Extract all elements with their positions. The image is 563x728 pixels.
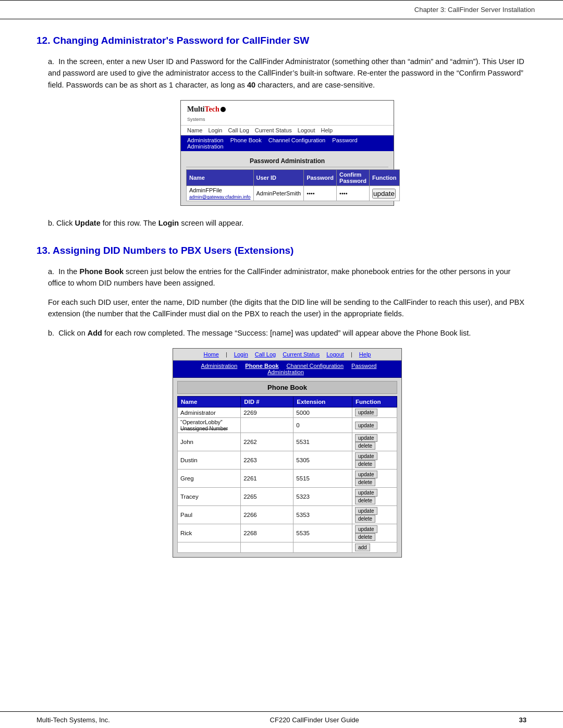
cell-func: update delete — [352, 470, 397, 488]
cell-func: update delete — [352, 524, 397, 542]
nav-logout[interactable]: Logout — [298, 127, 315, 133]
cell-name: Tracey — [178, 488, 241, 506]
pwd-nav-bottom: Administration Phone Book Channel Config… — [181, 135, 394, 151]
table-row: Rick 2268 5535 update delete — [178, 524, 397, 542]
update-button[interactable]: update — [355, 452, 377, 460]
cell-ext: 5323 — [293, 488, 352, 506]
update-button[interactable]: update — [355, 434, 377, 442]
cell-ext: 5515 — [293, 470, 352, 488]
pwd-table-title: Password Administration — [186, 155, 388, 167]
cell-func: update delete — [352, 433, 397, 451]
cell-userid: AdminPeterSmith — [253, 186, 304, 201]
table-row: Administrator 2269 5000 update — [178, 408, 397, 418]
ext-input[interactable] — [296, 545, 344, 551]
cell-func: update delete — [352, 488, 397, 506]
col-name: Name — [187, 170, 254, 186]
para2-text: For each such DID user, enter the name, … — [48, 297, 527, 320]
cell-name: Greg — [178, 470, 241, 488]
update-button[interactable]: update — [355, 422, 377, 429]
page-container: Chapter 3: CallFinder Server Installatio… — [0, 0, 563, 728]
chapter-header-text: Chapter 3: CallFinder Server Installatio… — [414, 6, 535, 14]
cell-ext-empty[interactable] — [293, 542, 352, 553]
section12-step-a: a. In the screen, enter a new User ID an… — [36, 56, 527, 229]
pb-nav-home[interactable]: Home — [204, 351, 219, 357]
logo-dot — [221, 107, 226, 112]
cell-did: 2261 — [241, 470, 293, 488]
cell-name: Administrator — [178, 408, 241, 418]
nav-admin[interactable]: Administration — [187, 137, 224, 143]
name-input[interactable] — [180, 545, 232, 551]
cell-func: update delete — [352, 506, 397, 524]
multitech-logo: MultiTech Systems — [187, 104, 226, 122]
col-function: Function — [370, 170, 399, 186]
cell-did: 2266 — [241, 506, 293, 524]
nav-help[interactable]: Help — [321, 127, 333, 133]
cell-name-empty[interactable] — [178, 542, 241, 553]
nav-status[interactable]: Current Status — [255, 127, 292, 133]
nav-phonebook[interactable]: Phone Book — [230, 137, 262, 143]
pb-nav-logout[interactable]: Logout — [326, 351, 344, 357]
pb-table-wrapper: Phone Book Name DID # Extension Function — [173, 378, 401, 557]
main-content: 12. Changing Administrator's Password fo… — [0, 19, 563, 611]
update-button[interactable]: update — [355, 471, 377, 478]
delete-button[interactable]: delete — [355, 515, 375, 523]
col-confirm: ConfirmPassword — [337, 170, 370, 186]
top-rule — [0, 0, 563, 1]
delete-button[interactable]: delete — [355, 497, 375, 504]
cell-name: “OperatorLobby”Unassigned Number — [178, 418, 241, 433]
nav-calllog[interactable]: Call Log — [228, 127, 249, 133]
delete-button[interactable]: delete — [355, 478, 375, 486]
add-bold: Add — [88, 329, 102, 337]
pwd-nav-top: Name Login Call Log Current Status Logou… — [181, 126, 394, 135]
pb-col-ext: Extension — [293, 397, 352, 408]
cell-name: John — [178, 433, 241, 451]
delete-button[interactable]: delete — [355, 533, 375, 541]
pb-phonebook[interactable]: Phone Book — [245, 363, 278, 369]
cell-name: Paul — [178, 506, 241, 524]
logo-bar: MultiTech Systems — [181, 101, 394, 126]
step-a-bold2: 40 — [247, 81, 255, 89]
pb-admin[interactable]: Administration — [201, 363, 238, 369]
cell-did-empty[interactable] — [241, 542, 293, 553]
nav-name[interactable]: Name — [187, 127, 202, 133]
update-button[interactable]: update — [372, 189, 396, 199]
pb-table: Name DID # Extension Function Administra… — [177, 396, 397, 553]
update-button[interactable]: update — [355, 507, 377, 515]
nav-channel[interactable]: Channel Configuration — [268, 137, 325, 143]
pb-nav-calllog[interactable]: Call Log — [255, 351, 276, 357]
page-footer: Multi-Tech Systems, Inc. CF220 CallFinde… — [0, 711, 563, 728]
cell-ext: 5353 — [293, 506, 352, 524]
cell-func: update — [352, 418, 397, 433]
pb-channel[interactable]: Channel Configuration — [287, 363, 344, 369]
table-row: AdminFPFileadmin@gateway.cfadmin.info Ad… — [187, 186, 400, 201]
step13-b-text: b. Click on Add for each row completed. … — [48, 327, 527, 339]
pb-col-func: Function — [352, 397, 397, 408]
step-b-text: b. Click Update for this row. The Login … — [48, 217, 527, 229]
cell-did: 2268 — [241, 524, 293, 542]
update-button[interactable]: update — [355, 525, 377, 533]
cell-func: update — [352, 408, 397, 418]
cell-did: 2263 — [241, 451, 293, 470]
pwd-table: Name User ID Password ConfirmPassword Fu… — [186, 169, 400, 201]
pb-nav-login[interactable]: Login — [234, 351, 248, 357]
cell-did — [241, 418, 293, 433]
add-button[interactable]: add — [355, 544, 370, 551]
did-input[interactable] — [243, 545, 286, 551]
delete-button[interactable]: delete — [355, 442, 375, 450]
delete-button[interactable]: delete — [355, 460, 375, 468]
section12-heading: 12. Changing Administrator's Password fo… — [36, 35, 527, 46]
cell-name: Dustin — [178, 451, 241, 470]
update-button[interactable]: update — [355, 409, 377, 416]
update-button[interactable]: update — [355, 489, 377, 497]
nav-login[interactable]: Login — [208, 127, 222, 133]
section13: 13. Assigning DID Numbers to PBX Users (… — [36, 245, 527, 558]
phonebook-bold: Phone Book — [79, 267, 124, 276]
col-password: Password — [304, 170, 337, 186]
pb-nav-top: Home | Login Call Log Current Status Log… — [173, 349, 401, 361]
pb-col-did: DID # — [241, 397, 293, 408]
pb-nav-help[interactable]: Help — [359, 351, 371, 357]
step-b-bold2: Login — [158, 219, 179, 227]
pb-nav-status[interactable]: Current Status — [283, 351, 320, 357]
step13-a-text: a. In the Phone Book screen just below t… — [48, 266, 527, 289]
pwd-screenshot: MultiTech Systems Name Login Call Log Cu… — [180, 100, 394, 206]
